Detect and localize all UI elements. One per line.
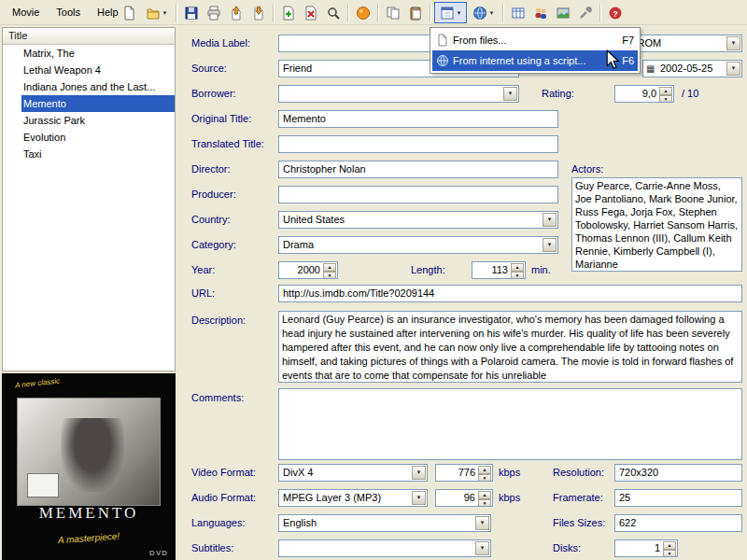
resolution-label: Resolution: <box>553 467 604 478</box>
languages-combo[interactable]: English ▼ <box>278 514 491 532</box>
spin-down-icon[interactable]: ▼ <box>478 474 491 482</box>
year-stepper[interactable]: 2000 ▲▼ <box>278 261 338 279</box>
list-item[interactable]: Lethal Weapon 4 <box>3 62 175 78</box>
audio-bitrate-stepper[interactable]: 96 ▲▼ <box>435 489 493 507</box>
url-label: URL: <box>191 287 215 299</box>
export-button[interactable] <box>225 2 247 23</box>
description-textarea[interactable]: Leonard (Guy Pearce) is an insurance inv… <box>278 311 742 383</box>
spin-down-icon[interactable]: ▼ <box>659 95 672 103</box>
subtitles-combo[interactable]: ▼ <box>278 539 491 557</box>
borrower-combo[interactable]: ▼ <box>278 85 519 103</box>
category-combo[interactable]: Drama ▼ <box>278 236 558 254</box>
poster-title: MEMENTO <box>2 504 176 523</box>
list-item-selected[interactable]: Memento <box>21 95 175 112</box>
rating-stepper[interactable]: 9,0 ▲▼ <box>614 85 674 103</box>
video-bitrate-suffix: kbps <box>499 467 520 478</box>
spin-buttons[interactable]: ▲▼ <box>323 263 336 277</box>
spin-buttons[interactable]: ▲▼ <box>511 263 524 277</box>
director-label: Director: <box>191 163 231 175</box>
country-combo[interactable]: United States ▼ <box>278 211 558 229</box>
show-numbers-button[interactable] <box>507 2 529 23</box>
add-movie-button[interactable] <box>277 2 300 23</box>
spin-up-icon[interactable]: ▲ <box>478 491 491 499</box>
picture-icon <box>556 6 571 21</box>
menu-movie[interactable]: Movie <box>4 3 48 21</box>
files-sizes-input[interactable]: 622 <box>614 514 742 532</box>
url-input[interactable]: http://us.imdb.com/Title?0209144 <box>278 285 742 302</box>
pictures-button[interactable] <box>552 2 574 23</box>
spin-up-icon[interactable]: ▲ <box>323 263 336 272</box>
list-item[interactable]: Evolution <box>3 129 175 146</box>
chevron-down-icon[interactable]: ▼ <box>503 87 517 101</box>
chevron-down-icon[interactable]: ▼ <box>412 466 426 480</box>
translated-title-input[interactable] <box>278 135 558 153</box>
script-ball-icon <box>356 6 371 21</box>
menu-tools[interactable]: Tools <box>48 3 89 21</box>
framerate-input[interactable]: 25 <box>614 489 742 507</box>
resolution-input[interactable]: 720x320 <box>614 464 742 482</box>
spin-down-icon[interactable]: ▼ <box>323 272 336 279</box>
spin-up-icon[interactable]: ▲ <box>511 263 524 272</box>
media-label-label: Media Label: <box>191 37 250 49</box>
spin-up-icon[interactable]: ▲ <box>659 87 672 95</box>
audio-format-combo[interactable]: MPEG Layer 3 (MP3) ▼ <box>278 489 428 507</box>
print-button[interactable] <box>203 2 225 23</box>
chevron-down-icon[interactable]: ▼ <box>543 238 557 252</box>
find-button[interactable] <box>322 2 345 23</box>
comments-textarea[interactable] <box>278 388 742 460</box>
date-added-picker[interactable]: ▦ 2002-05-25 ▼ <box>642 60 742 77</box>
spin-buttons[interactable]: ▲▼ <box>659 87 672 101</box>
save-icon <box>184 6 199 21</box>
spin-buttons[interactable]: ▲▼ <box>478 466 491 480</box>
import-movie-info-button[interactable]: ▼ <box>434 2 467 23</box>
copy-button[interactable] <box>382 2 404 23</box>
chevron-down-icon[interactable]: ▼ <box>726 62 740 76</box>
original-title-input[interactable]: Memento <box>278 110 558 128</box>
description-label: Description: <box>191 315 246 326</box>
chevron-down-icon[interactable]: ▼ <box>726 36 740 50</box>
video-bitrate-stepper[interactable]: 776 ▲▼ <box>435 464 493 482</box>
new-button[interactable] <box>118 2 140 23</box>
menu-item-from-files[interactable]: From files... F7 <box>432 30 638 50</box>
open-button[interactable]: ▼ <box>140 2 173 23</box>
chevron-down-icon[interactable]: ▼ <box>412 491 426 505</box>
disks-stepper[interactable]: 1 ▲▼ <box>614 539 678 557</box>
actors-textarea[interactable]: Guy Pearce, Carrie-Anne Moss, Joe Pantol… <box>571 177 742 272</box>
loans-button[interactable] <box>529 2 552 23</box>
spin-up-icon[interactable]: ▲ <box>663 541 676 550</box>
director-input[interactable]: Christopher Nolan <box>278 161 558 178</box>
settings-button[interactable] <box>574 2 597 23</box>
chevron-down-icon[interactable]: ▼ <box>475 541 489 555</box>
spin-down-icon[interactable]: ▼ <box>478 499 491 507</box>
chevron-down-icon[interactable]: ▼ <box>543 213 557 227</box>
spin-down-icon[interactable]: ▼ <box>511 272 524 279</box>
polaroid-detail <box>27 473 59 497</box>
video-format-combo[interactable]: DivX 4 ▼ <box>278 464 428 482</box>
list-item[interactable]: Matrix, The <box>3 45 175 62</box>
toolbar-separator <box>599 4 601 22</box>
producer-input[interactable] <box>278 186 558 203</box>
list-column-header[interactable]: Title <box>3 28 175 45</box>
get-from-internet-button[interactable]: ▼ <box>467 2 500 23</box>
spin-buttons[interactable]: ▲▼ <box>478 491 491 505</box>
import-button[interactable] <box>247 2 270 23</box>
mouse-cursor <box>605 49 620 72</box>
length-stepper[interactable]: 113 ▲▼ <box>472 261 526 279</box>
chevron-down-icon[interactable]: ▼ <box>475 516 489 530</box>
list-item[interactable]: Jurassic Park <box>3 112 175 129</box>
import-form-icon <box>440 6 455 21</box>
save-button[interactable] <box>180 2 203 23</box>
poster-panel[interactable]: A new classic MEMENTO A masterpiece! DVD <box>2 373 176 560</box>
list-item[interactable]: Indiana Jones and the Last... <box>3 78 175 95</box>
comments-label: Comments: <box>191 392 244 403</box>
list-item[interactable]: Taxi <box>3 146 175 162</box>
spin-buttons[interactable]: ▲▼ <box>663 541 676 555</box>
help-button[interactable]: ? <box>604 2 627 23</box>
source-label: Source: <box>191 63 227 74</box>
paste-button[interactable] <box>404 2 427 23</box>
spin-down-icon[interactable]: ▼ <box>663 550 676 557</box>
spin-up-icon[interactable]: ▲ <box>478 466 491 474</box>
run-script-button[interactable] <box>352 2 374 23</box>
delete-movie-button[interactable] <box>300 2 322 23</box>
help-icon: ? <box>608 6 623 21</box>
